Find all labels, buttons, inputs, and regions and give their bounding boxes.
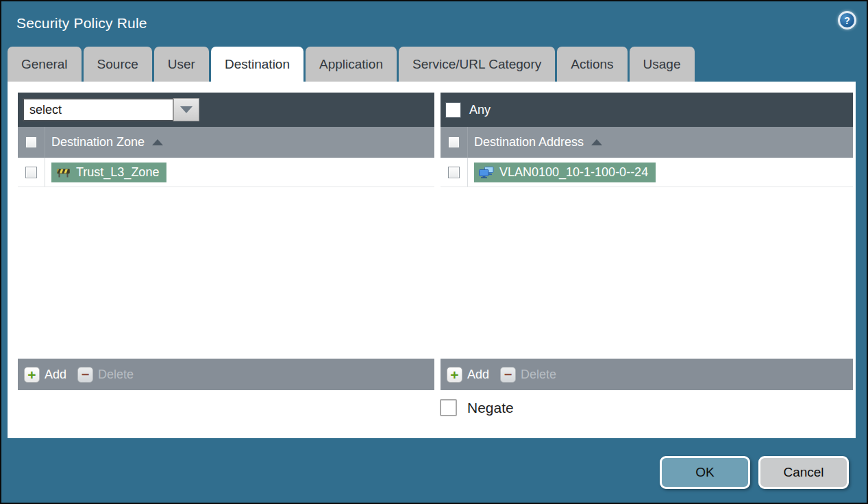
address-panel-topbar: Any <box>441 93 853 127</box>
negate-control: Negate <box>440 399 514 416</box>
zone-table-header: Destination Zone <box>18 127 434 158</box>
security-policy-rule-dialog: Security Policy Rule ? General Source Us… <box>0 0 868 504</box>
cancel-button[interactable]: Cancel <box>758 456 849 489</box>
add-icon: + <box>24 367 40 383</box>
destination-zone-panel: Destination Zone <box>18 93 434 390</box>
address-column-header[interactable]: Destination Address <box>474 135 602 149</box>
zone-panel-topbar <box>18 93 434 127</box>
zone-panel-footer: + Add − Delete <box>18 359 434 390</box>
zone-select-combobox <box>23 98 199 121</box>
tab-actions[interactable]: Actions <box>557 47 627 82</box>
tab-destination[interactable]: Destination <box>211 47 303 82</box>
zone-row-checkbox-cell <box>18 158 45 187</box>
address-item-label: VLAN0100_10-1-100-0--24 <box>499 165 648 180</box>
tab-source[interactable]: Source <box>84 47 152 82</box>
zone-delete-button[interactable]: − Delete <box>77 367 134 383</box>
address-add-button[interactable]: + Add <box>447 367 489 383</box>
help-icon-glyph: ? <box>844 15 850 26</box>
zone-column-header[interactable]: Destination Zone <box>51 135 163 149</box>
tab-general[interactable]: General <box>8 47 82 82</box>
table-row: Trust_L3_Zone <box>18 158 434 187</box>
negate-checkbox[interactable] <box>440 399 457 416</box>
any-checkbox[interactable] <box>445 102 461 118</box>
address-row-checkbox-cell <box>441 158 468 187</box>
any-label: Any <box>469 103 491 117</box>
help-icon[interactable]: ? <box>838 11 856 29</box>
tab-service-url-category[interactable]: Service/URL Category <box>399 47 555 82</box>
address-column-header-label: Destination Address <box>474 135 584 149</box>
address-panel-footer: + Add − Delete <box>441 359 853 390</box>
delete-icon: − <box>77 367 93 383</box>
tab-usage[interactable]: Usage <box>630 47 695 82</box>
negate-label: Negate <box>467 400 514 416</box>
ok-button[interactable]: OK <box>660 456 750 489</box>
tab-bar: General Source User Destination Applicat… <box>8 47 695 82</box>
destination-address-panel: Any Destination Address <box>441 93 853 390</box>
delete-icon: − <box>500 367 516 383</box>
zone-header-checkbox-cell <box>18 127 45 158</box>
zone-select-dropdown-button[interactable] <box>173 98 199 121</box>
address-table-body: VLAN0100_10-1-100-0--24 <box>441 158 853 359</box>
zone-delete-label: Delete <box>98 368 134 382</box>
zone-table-body: Trust_L3_Zone <box>18 158 434 359</box>
zone-row-checkbox[interactable] <box>25 167 37 178</box>
tab-user[interactable]: User <box>154 47 209 82</box>
address-select-all-checkbox[interactable] <box>448 136 460 148</box>
destination-tab-content: Destination Zone <box>8 82 856 438</box>
sort-ascending-icon <box>591 139 602 145</box>
zone-column-header-label: Destination Zone <box>51 135 145 149</box>
address-header-checkbox-cell <box>441 127 468 158</box>
address-row-checkbox[interactable] <box>448 167 460 178</box>
zone-add-button[interactable]: + Add <box>24 367 66 383</box>
zone-item-label: Trust_L3_Zone <box>76 165 159 180</box>
address-delete-button[interactable]: − Delete <box>500 367 556 383</box>
address-table-header: Destination Address <box>441 127 853 158</box>
table-row: VLAN0100_10-1-100-0--24 <box>441 158 853 187</box>
tab-application[interactable]: Application <box>306 47 397 82</box>
zone-item[interactable]: Trust_L3_Zone <box>51 163 166 182</box>
address-delete-label: Delete <box>521 368 556 382</box>
zone-select-all-checkbox[interactable] <box>25 136 37 148</box>
chevron-down-icon <box>180 106 193 113</box>
add-icon: + <box>447 367 462 383</box>
zone-add-label: Add <box>45 368 66 382</box>
dialog-titlebar: Security Policy Rule <box>1 1 867 45</box>
address-item[interactable]: VLAN0100_10-1-100-0--24 <box>474 163 656 182</box>
dialog-title: Security Policy Rule <box>16 15 147 32</box>
sort-ascending-icon <box>152 139 163 145</box>
zone-icon <box>56 167 71 178</box>
address-add-label: Add <box>467 368 489 382</box>
address-icon <box>479 167 494 178</box>
zone-select-input[interactable] <box>23 98 173 121</box>
